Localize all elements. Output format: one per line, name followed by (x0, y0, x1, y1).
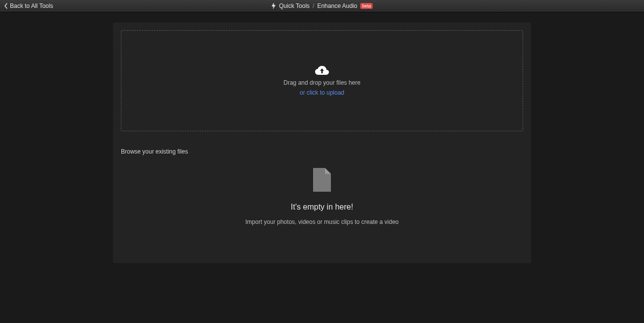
file-dropzone[interactable]: Drag and drop your files here or click t… (121, 30, 523, 131)
breadcrumb-current: Enhance Audio (317, 2, 357, 9)
breadcrumb: Quick Tools / Enhance Audio beta (271, 2, 373, 9)
header-bar: Back to All Tools Quick Tools / Enhance … (0, 0, 644, 12)
main-container: Drag and drop your files here or click t… (0, 12, 644, 273)
file-icon (313, 168, 331, 192)
empty-title: It's empty in here! (291, 203, 353, 212)
click-to-upload-link[interactable]: or click to upload (300, 89, 344, 96)
back-label: Back to All Tools (10, 2, 53, 9)
chevron-left-icon (4, 3, 8, 9)
lightning-icon (271, 2, 276, 9)
breadcrumb-separator: / (313, 2, 314, 9)
beta-badge: beta (360, 3, 373, 9)
content-panel: Drag and drop your files here or click t… (113, 22, 531, 263)
drop-text: Drag and drop your files here (283, 79, 360, 86)
back-to-all-tools-button[interactable]: Back to All Tools (4, 2, 53, 9)
empty-state: It's empty in here! Import your photos, … (121, 168, 523, 225)
browse-existing-label: Browse your existing files (121, 148, 523, 155)
cloud-upload-icon (315, 65, 329, 76)
empty-subtitle: Import your photos, videos or music clip… (245, 218, 398, 225)
breadcrumb-root-link[interactable]: Quick Tools (279, 2, 310, 9)
